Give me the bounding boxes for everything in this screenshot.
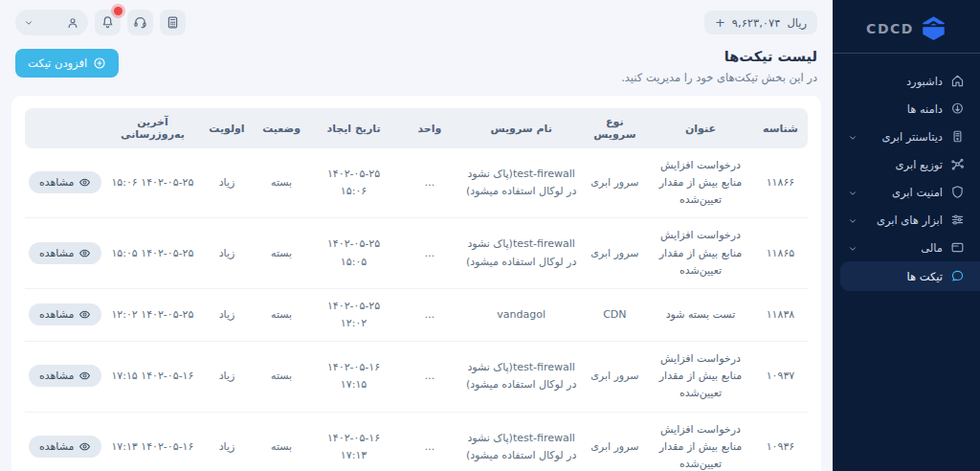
cell-id: ۱۱۸۳۸ [753,289,808,342]
table-row: ۱۱۸۶۶درخواست افزایش منابع بیش از مقدار ت… [25,148,808,218]
chevron-down-icon [848,243,858,253]
sidebar-item-tools[interactable]: ابزار های ابری [833,206,980,234]
sidebar-item-label: تیکت ها [906,270,943,283]
notifications-button[interactable] [95,10,121,35]
topbar: ریال ۹,۶۲۳,۰۷۴ + [0,0,833,35]
sidebar-item-distribution[interactable]: توزیع ابری [833,150,980,178]
cell-name: test-firewall(پاک نشود در لوکال استفاده … [461,148,582,218]
chevron-down-icon [24,18,33,28]
logo[interactable]: CDCD [833,0,980,53]
cell-created: ۱۴۰۲-۰۵-۲۵ ۱۵:۰۵ [309,218,399,288]
cell-name: vandagol [461,289,582,342]
cell-status: بسته [255,413,309,471]
column-header: شناسه [753,108,808,148]
cell-unit: ... [398,148,460,218]
sidebar-item-label: امنیت ابری [892,186,943,199]
sidebar-item-chat[interactable]: تیکت ها [840,261,980,291]
sidebar-item-datacenter[interactable]: دیتاسنتر ابری [833,123,980,150]
tools-icon [950,213,965,227]
cell-unit: ... [398,413,460,471]
view-ticket-button[interactable]: مشاهده [29,171,101,193]
cell-id: ۱۰۹۳۶ [753,413,808,471]
chevron-down-icon [848,188,858,197]
sidebar-item-label: ابزار های ابری [877,213,943,227]
view-ticket-button[interactable]: مشاهده [29,436,101,458]
cell-actions: مشاهده [25,289,105,342]
chevron-down-icon [848,132,858,142]
eye-icon [78,370,91,382]
sidebar-divider [833,53,980,54]
cell-status: بسته [255,342,309,412]
cell-title: درخواست افزایش منابع بیش از مقدار تعیین‌… [648,413,753,471]
sidebar-item-label: دامنه ها [907,102,943,116]
table-row: ۱۱۸۶۵درخواست افزایش منابع بیش از مقدار ت… [25,218,808,288]
cell-actions: مشاهده [25,148,105,218]
add-ticket-button[interactable]: افزودن تیکت [15,49,119,78]
view-ticket-button[interactable]: مشاهده [29,365,101,387]
cell-name: test-firewall(پاک نشود در لوکال استفاده … [461,218,582,288]
user-menu-button[interactable] [15,10,88,35]
sidebar-item-shield[interactable]: امنیت ابری [833,178,980,206]
sidebar: CDCD داشبورددامنه هادیتاسنتر ابریتوزیع ا… [833,0,980,471]
cell-title: درخواست افزایش منابع بیش از مقدار تعیین‌… [648,148,753,218]
view-ticket-button[interactable]: مشاهده [29,303,101,325]
balance-amount: ۹,۶۲۳,۰۷۴ [732,16,781,30]
notification-badge [114,7,122,15]
globe-icon [950,101,965,116]
cell-title: تست بسته شود [648,289,753,342]
datacenter-icon [950,129,965,144]
support-button[interactable] [127,10,153,35]
billing-calculator-button[interactable] [160,10,186,35]
table-row: ۱۰۹۳۷درخواست افزایش منابع بیش از مقدار ت… [25,342,808,412]
user-icon [66,16,79,30]
tickets-table: شناسهعنواننوع سرویسنام سرویسواحدتاریخ ای… [25,108,808,471]
column-header: نام سرویس [461,108,582,148]
column-header: تاریخ ایجاد [309,108,399,148]
column-header: اولویت [199,108,254,148]
column-header: نوع سرویس [582,108,648,148]
view-ticket-button[interactable]: مشاهده [29,242,101,264]
page-header: لیست تیکت‌ها در این بخش تیکت‌های خود را … [0,35,833,90]
sidebar-item-globe[interactable]: دامنه ها [833,95,980,123]
cell-actions: مشاهده [25,218,105,288]
view-label: مشاهده [39,247,74,259]
eye-icon [78,247,91,259]
page-title: لیست تیکت‌ها [621,49,817,64]
cell-type: سرور ابری [582,413,648,471]
balance-currency: ریال [787,16,807,30]
cell-priority: زیاد [199,289,254,342]
cell-priority: زیاد [199,148,254,218]
eye-icon [78,308,91,321]
sidebar-item-label: دیتاسنتر ابری [881,130,943,144]
cell-status: بسته [255,289,309,342]
cell-priority: زیاد [199,413,254,471]
table-row: ۱۱۸۳۸تست بسته شودCDNvandagol...۱۴۰۲-۰۵-۲… [25,289,808,342]
cell-title: درخواست افزایش منابع بیش از مقدار تعیین‌… [648,342,753,412]
table-row: ۱۰۹۳۶درخواست افزایش منابع بیش از مقدار ت… [25,413,808,471]
column-header: واحد [398,108,460,148]
cell-unit: ... [398,289,460,342]
sidebar-item-home[interactable]: داشبورد [833,67,980,95]
view-label: مشاهده [39,440,74,453]
wallet-balance-button[interactable]: ریال ۹,۶۲۳,۰۷۴ + [704,11,817,34]
cell-unit: ... [398,218,460,288]
eye-icon [78,176,91,189]
app-root: CDCD داشبورددامنه هادیتاسنتر ابریتوزیع ا… [0,0,980,471]
cell-unit: ... [398,342,460,412]
cell-priority: زیاد [199,342,254,412]
cell-title: درخواست افزایش منابع بیش از مقدار تعیین‌… [648,218,753,288]
add-credit-plus-icon[interactable]: + [715,15,725,30]
sidebar-nav: داشبورددامنه هادیتاسنتر ابریتوزیع ابریام… [833,67,980,291]
bell-icon [100,15,115,30]
add-ticket-label: افزودن تیکت [28,56,87,70]
headset-icon [133,15,147,30]
cell-status: بسته [255,148,309,218]
distribution-icon [950,157,965,171]
wallet-icon [950,240,965,255]
view-label: مشاهده [39,176,74,189]
sidebar-item-wallet[interactable]: مالی [833,234,980,261]
sidebar-item-label: توزیع ابری [896,158,943,171]
cell-type: CDN [582,289,648,342]
cell-type: سرور ابری [582,148,648,218]
column-header: عنوان [648,108,753,148]
